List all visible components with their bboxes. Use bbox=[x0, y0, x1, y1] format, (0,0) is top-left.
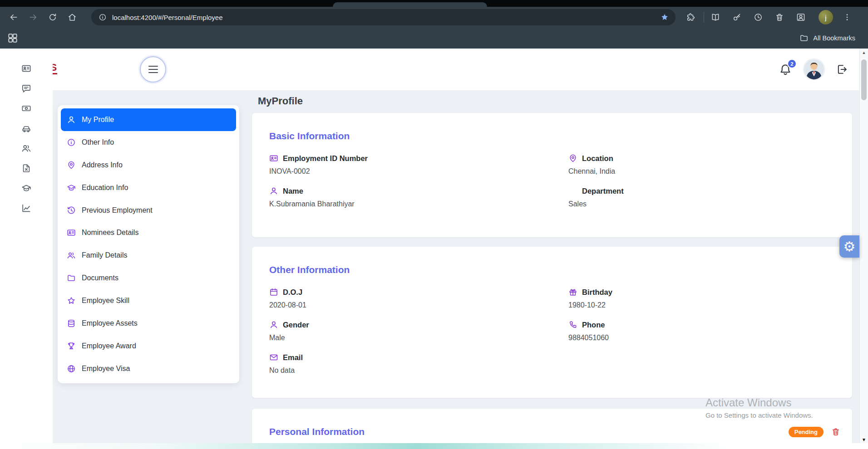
all-bookmarks-label: All Bookmarks bbox=[813, 34, 855, 42]
apps-grid-icon[interactable] bbox=[7, 32, 19, 44]
field-gender: GenderMale bbox=[269, 319, 568, 343]
browser-tab-strip bbox=[0, 0, 868, 7]
header-actions: 2 bbox=[779, 49, 848, 90]
menu-item-documents[interactable]: Documents bbox=[61, 267, 236, 289]
field-phone: Phone9884051060 bbox=[568, 319, 840, 343]
reload-button[interactable] bbox=[45, 10, 60, 25]
notifications-button[interactable]: 2 bbox=[779, 63, 792, 76]
sidebar-icon-travel[interactable] bbox=[21, 123, 31, 133]
bookmark-star-icon[interactable] bbox=[660, 13, 669, 22]
menu-item-label: Education Info bbox=[82, 184, 128, 192]
app-shell: IS 2 MyProfile My ProfileOther InfoAddre… bbox=[0, 49, 859, 449]
basic-information-card: Basic Information Employment ID NumberIN… bbox=[252, 112, 853, 238]
reading-list-button[interactable] bbox=[708, 10, 723, 25]
profiles-button[interactable] bbox=[793, 10, 809, 25]
menu-item-employee-award[interactable]: Employee Award bbox=[61, 335, 236, 357]
id-card-icon bbox=[67, 228, 76, 237]
toolbar-divider bbox=[704, 12, 704, 23]
field-value: 2020-08-01 bbox=[269, 300, 568, 310]
menu-item-nominees-details[interactable]: Nominees Details bbox=[61, 221, 236, 244]
menu-item-education-info[interactable]: Education Info bbox=[61, 176, 236, 199]
main-content: MyProfile My ProfileOther InfoAddress In… bbox=[53, 90, 859, 449]
delete-icon[interactable] bbox=[831, 427, 840, 436]
back-arrow-icon bbox=[9, 13, 18, 22]
profile-menu-card: My ProfileOther InfoAddress InfoEducatio… bbox=[58, 105, 239, 383]
scroll-up-arrow[interactable]: ▲ bbox=[860, 51, 868, 55]
gear-icon bbox=[843, 240, 856, 254]
browser-profile-avatar[interactable]: j bbox=[819, 10, 833, 24]
sidebar-icon-analytics[interactable] bbox=[21, 203, 31, 213]
sidebar-icon-messages[interactable] bbox=[21, 83, 31, 93]
field-value: INOVA-0002 bbox=[269, 166, 568, 176]
field-value: 9884051060 bbox=[568, 333, 840, 343]
info-icon bbox=[67, 138, 76, 147]
id-card-icon bbox=[269, 154, 278, 163]
user-avatar[interactable] bbox=[804, 59, 824, 80]
database-icon bbox=[67, 319, 76, 328]
person-icon bbox=[67, 115, 76, 124]
menu-item-label: Employee Visa bbox=[82, 365, 130, 373]
field-label: Phone bbox=[582, 319, 605, 330]
cards-column: Basic Information Employment ID NumberIN… bbox=[252, 112, 853, 449]
scrollbar-thumb[interactable] bbox=[861, 59, 867, 100]
menu-item-employee-skill[interactable]: Employee Skill bbox=[61, 289, 236, 312]
menu-item-label: Nominees Details bbox=[82, 229, 138, 237]
home-button[interactable] bbox=[64, 10, 80, 25]
people-icon bbox=[67, 251, 76, 260]
browser-menu-button[interactable] bbox=[839, 10, 855, 25]
field-value: No data bbox=[269, 366, 568, 376]
menu-item-family-details[interactable]: Family Details bbox=[61, 244, 236, 267]
extensions-button[interactable] bbox=[683, 10, 698, 25]
menu-item-my-profile[interactable]: My Profile bbox=[61, 108, 236, 131]
field-department: DepartmentSales bbox=[568, 185, 840, 209]
menu-item-label: Address Info bbox=[82, 161, 123, 169]
icon-sidebar bbox=[0, 49, 53, 449]
field-label: Birthday bbox=[582, 287, 612, 298]
page-scrollbar[interactable]: ▲ ▼ bbox=[859, 49, 868, 449]
menu-item-other-info[interactable]: Other Info bbox=[61, 131, 236, 154]
field-name: NameK.Subramania Bharathiyar bbox=[269, 185, 568, 209]
url-bar[interactable]: localhost:4200/#/Personal/Employee bbox=[91, 9, 676, 25]
field-value: 1980-10-22 bbox=[568, 300, 840, 310]
sidebar-icon-training[interactable] bbox=[21, 183, 31, 193]
menu-item-address-info[interactable]: Address Info bbox=[61, 154, 236, 176]
sidebar-icon-payroll[interactable] bbox=[21, 103, 31, 113]
field-location: LocationChennai, India bbox=[568, 153, 840, 176]
menu-item-label: Other Info bbox=[82, 138, 114, 146]
all-bookmarks-button[interactable]: All Bookmarks bbox=[799, 34, 855, 43]
notification-badge: 2 bbox=[787, 59, 797, 68]
reload-icon bbox=[48, 13, 57, 22]
other-information-card: Other Information D.O.J2020-08-01Birthda… bbox=[252, 246, 853, 398]
taskbar-strip bbox=[0, 443, 868, 449]
bookmarks-bar: All Bookmarks bbox=[0, 28, 868, 49]
field-value: Male bbox=[269, 333, 568, 343]
menu-item-employee-visa[interactable]: Employee Visa bbox=[61, 357, 236, 380]
sidebar-icon-employees[interactable] bbox=[21, 143, 31, 153]
home-icon bbox=[68, 13, 77, 22]
back-button[interactable] bbox=[6, 10, 21, 25]
field-value: Sales bbox=[568, 199, 840, 209]
menu-item-employee-assets[interactable]: Employee Assets bbox=[61, 312, 236, 335]
browser-active-tab[interactable] bbox=[333, 2, 487, 7]
menu-item-label: Documents bbox=[82, 274, 118, 282]
page-title: MyProfile bbox=[258, 95, 303, 107]
gift-icon bbox=[568, 288, 577, 297]
clear-browsing-button[interactable] bbox=[772, 10, 787, 25]
location-icon bbox=[568, 154, 577, 163]
forward-button[interactable] bbox=[25, 10, 41, 25]
logout-icon[interactable] bbox=[836, 63, 848, 76]
sidebar-icon-employee-badge[interactable] bbox=[21, 63, 31, 73]
site-info-icon[interactable] bbox=[99, 13, 107, 21]
field-employment-id-number: Employment ID NumberINOVA-0002 bbox=[269, 153, 568, 176]
settings-fab[interactable] bbox=[839, 235, 859, 258]
hamburger-menu-button[interactable] bbox=[140, 56, 166, 83]
sidebar-icon-reports[interactable] bbox=[21, 163, 31, 173]
basic-information-title: Basic Information bbox=[269, 130, 840, 142]
phone-icon bbox=[568, 320, 577, 329]
menu-item-previous-employment[interactable]: Previous Employment bbox=[61, 199, 236, 222]
scroll-down-arrow[interactable]: ▼ bbox=[860, 438, 868, 442]
passwords-button[interactable] bbox=[729, 10, 745, 25]
basic-information-fields: Employment ID NumberINOVA-0002LocationCh… bbox=[269, 153, 840, 209]
history-button[interactable] bbox=[750, 10, 766, 25]
url-text[interactable]: localhost:4200/#/Personal/Employee bbox=[112, 14, 223, 21]
